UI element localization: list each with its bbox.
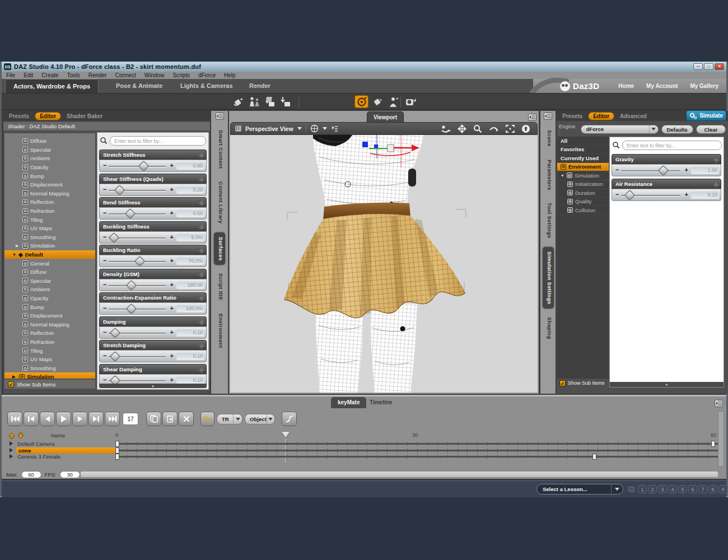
tree-item[interactable]: GReflection	[4, 198, 95, 207]
lesson-page-8[interactable]: 8	[708, 485, 717, 493]
nav-simulation[interactable]: ▼GSimulation	[557, 171, 609, 180]
slider-handle[interactable]	[126, 280, 136, 290]
nav-all[interactable]: All	[557, 137, 609, 146]
clear-button[interactable]: Clear	[696, 125, 726, 134]
menu-scripts[interactable]: Scripts	[172, 72, 190, 78]
dock-tab-shaping[interactable]: Shaping	[543, 312, 554, 344]
track-default-camera[interactable]: Default Camera	[2, 441, 726, 447]
minimize-button[interactable]: ─	[693, 63, 703, 70]
lesson-page-2[interactable]: 2	[648, 485, 657, 493]
camera-selector[interactable]: Perspective View	[245, 125, 293, 132]
lesson-page-1[interactable]: 1	[638, 485, 647, 493]
tree-item[interactable]: GAmbient	[4, 285, 95, 294]
dock-tab-scene[interactable]: Scene	[543, 125, 554, 151]
property-slider[interactable]: −+0.20	[99, 184, 207, 196]
property-slider[interactable]: −+70.0%	[99, 255, 207, 267]
tab-render[interactable]: Render	[241, 79, 278, 93]
nav-quality[interactable]: GQuality	[557, 198, 609, 207]
slider-handle[interactable]	[110, 328, 120, 338]
menu-window[interactable]: Window	[144, 72, 165, 78]
tree-item[interactable]: GTiling	[4, 346, 95, 355]
create-key-button[interactable]	[200, 412, 214, 426]
tree-item[interactable]: GDiffuse	[4, 268, 95, 277]
slider-handle[interactable]	[659, 165, 669, 175]
property-slider[interactable]: −+0.80	[99, 160, 207, 172]
show-sub-items-checkbox[interactable]: ✓	[8, 381, 14, 388]
tree-item[interactable]: GTiling	[4, 215, 95, 224]
menu-help[interactable]: Help	[224, 72, 236, 78]
tree-item[interactable]: GOpacity	[4, 294, 95, 303]
node-selection-tool-icon[interactable]	[354, 95, 368, 108]
link-my-gallery[interactable]: My Gallery	[690, 83, 718, 89]
surfaces-tab-presets[interactable]: Presets	[9, 113, 29, 119]
dock-tab-content-library[interactable]: Content Library	[214, 177, 225, 228]
go-to-end-button[interactable]	[105, 412, 120, 426]
keyframe[interactable]	[115, 441, 119, 447]
slider-handle[interactable]	[109, 232, 119, 242]
sim-tab-presets[interactable]: Presets	[562, 113, 582, 119]
lesson-page-4[interactable]: 4	[668, 485, 677, 493]
track-cone-selected[interactable]: cone	[2, 447, 726, 454]
property-slider[interactable]: −+0.10	[99, 326, 207, 339]
tree-item[interactable]: GDisplacement	[4, 311, 95, 320]
scroll-indicator[interactable]: ▲	[610, 382, 724, 387]
collapse-icon[interactable]: ▼	[561, 174, 564, 178]
dock-tab-environment[interactable]: Environment	[214, 309, 225, 352]
grid-view-icon[interactable]	[235, 125, 241, 132]
key-type-dropdown[interactable]: TR	[217, 414, 242, 424]
tab-keymate[interactable]: keyMate	[331, 397, 366, 408]
tree-item-default-selected[interactable]: ▼◆Default	[4, 250, 95, 259]
lesson-page-3[interactable]: 3	[658, 485, 667, 493]
scope-dropdown[interactable]: Object	[245, 414, 275, 424]
expand-icon[interactable]	[10, 454, 15, 459]
figures-pair-icon[interactable]	[247, 95, 261, 108]
timeline-zoom-bar[interactable]	[80, 471, 718, 478]
step-forward-button[interactable]	[72, 412, 87, 426]
menu-dforce[interactable]: dForce	[198, 72, 216, 78]
menu-tools[interactable]: Tools	[67, 72, 80, 78]
link-my-account[interactable]: My Account	[646, 83, 678, 89]
tree-item[interactable]: GSmoothing	[4, 363, 95, 372]
pane-options-icon[interactable]	[528, 114, 536, 121]
sim-tab-advanced[interactable]: Advanced	[620, 113, 647, 119]
rotate-icon[interactable]	[489, 125, 499, 133]
playhead[interactable]	[282, 432, 290, 441]
tree-item[interactable]: GRefraction	[4, 338, 95, 347]
tab-lights-cameras[interactable]: Lights & Cameras	[172, 79, 241, 93]
scroll-indicator[interactable]: ▲	[99, 384, 207, 388]
fps-input[interactable]: 30	[60, 471, 80, 478]
tree-item[interactable]: GAmbient	[4, 154, 95, 163]
dock-tab-surfaces[interactable]: Surfaces	[214, 232, 225, 265]
keyframe[interactable]	[592, 454, 596, 460]
lesson-page-7[interactable]: 7	[698, 485, 707, 493]
pane-options-icon[interactable]	[544, 113, 552, 120]
dock-tab-smart-content[interactable]: Smart Content	[214, 125, 225, 173]
timeline-scrollbar[interactable]	[718, 411, 724, 467]
save-cube-icon[interactable]	[263, 95, 277, 108]
tree-item[interactable]: GSpecular	[4, 277, 95, 286]
menu-render[interactable]: Render	[88, 72, 107, 78]
previous-key-button[interactable]	[24, 412, 39, 426]
tab-pose-animate[interactable]: Pose & Animate	[108, 79, 170, 93]
property-slider[interactable]: −+0.10	[99, 350, 207, 362]
lesson-page-5[interactable]: 5	[678, 485, 687, 493]
play-button[interactable]	[56, 412, 71, 426]
property-slider[interactable]: −+0.50	[99, 207, 207, 220]
copy-key-button[interactable]	[146, 412, 161, 426]
move-down-icon[interactable]	[17, 432, 24, 439]
property-slider[interactable]: −+5.0%	[99, 231, 207, 244]
pane-options-icon[interactable]	[216, 113, 224, 120]
close-button[interactable]: ✕	[715, 63, 724, 70]
lesson-page-9[interactable]: 9	[718, 485, 727, 493]
sim-tab-editor[interactable]: Editor	[588, 112, 614, 120]
slider-handle[interactable]	[139, 161, 149, 171]
gravity-slider[interactable]: − + 1.00	[612, 164, 721, 176]
expand-icon[interactable]: ▶	[12, 375, 15, 379]
track-genesis-3-female[interactable]: Genesis 3 Female	[2, 454, 726, 460]
dock-tab-script-ide[interactable]: Script IDE	[214, 269, 225, 305]
slider-handle[interactable]	[110, 351, 120, 361]
draw-style-icon[interactable]	[310, 124, 319, 133]
nav-environment-selected[interactable]: GEnvironment	[557, 163, 609, 172]
surfaces-tab-editor[interactable]: Editor	[35, 112, 61, 120]
keyframe[interactable]	[115, 447, 119, 454]
